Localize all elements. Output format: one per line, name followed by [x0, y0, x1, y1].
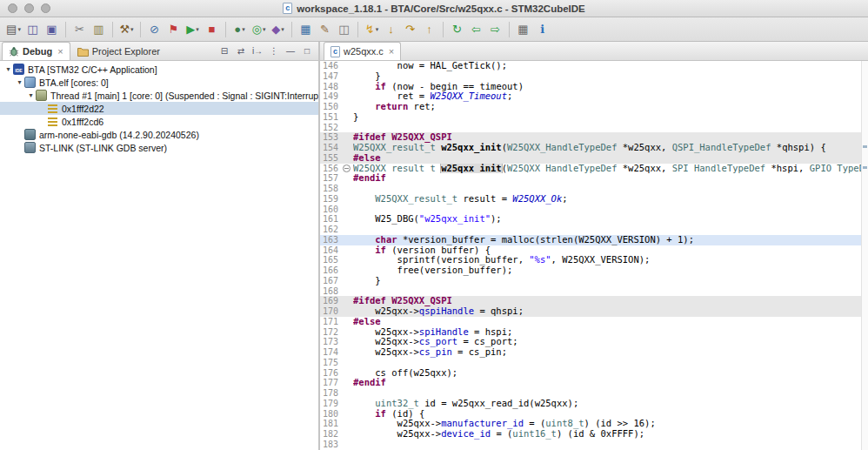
code-line[interactable]: 146 now = HAL_GetTick(); [320, 61, 868, 71]
code-line[interactable]: 174 w25qxx->cs_pin = cs_pin; [320, 347, 868, 358]
code-text[interactable]: W25QXX_result_t result = W25QXX_Ok; [353, 194, 868, 205]
step-return-button[interactable]: ↑ [420, 20, 438, 39]
code-text[interactable]: W25QXX_result_t w25qxx_init(W25QXX_Handl… [353, 143, 868, 153]
line-number[interactable]: 181 [320, 419, 342, 429]
code-text[interactable]: if (id) { [353, 409, 868, 420]
breakpoint-flag-button[interactable]: ⚑ [164, 20, 183, 39]
code-text[interactable]: #else [353, 317, 868, 327]
code-line[interactable]: 150 return ret; [320, 102, 868, 112]
code-line[interactable]: 167 } [320, 276, 868, 286]
tree-item[interactable]: ST-LINK (ST-LINK GDB server) [0, 141, 318, 154]
code-line[interactable]: 164 if (version_buffer) { [320, 245, 868, 256]
line-number[interactable]: 171 [320, 317, 342, 327]
code-text[interactable]: w25qxx->cs_port = cs_port; [353, 337, 868, 347]
line-number[interactable]: 170 [320, 306, 342, 317]
zoom-window-button[interactable] [41, 3, 50, 13]
expander-icon[interactable]: ▾ [26, 91, 36, 99]
line-number[interactable]: 156 [320, 164, 342, 174]
minimize-window-button[interactable] [24, 3, 34, 13]
code-text[interactable] [353, 388, 868, 399]
code-line[interactable]: 151} [320, 112, 868, 123]
code-text[interactable]: W25_DBG("w25qxx_init"); [353, 214, 868, 225]
tab-project-explorer[interactable]: Project Explorer [70, 42, 167, 60]
code-line[interactable]: 175 [320, 358, 868, 368]
save-all-button[interactable]: ▣ [43, 20, 61, 39]
code-text[interactable]: char *version_buffer = malloc(strlen(W25… [353, 235, 868, 245]
code-line[interactable]: 179 uint32_t id = w25qxx_read_id(w25qxx)… [320, 399, 868, 409]
line-number[interactable]: 147 [320, 71, 342, 82]
analyzer-button[interactable]: ▦ [297, 20, 315, 39]
code-text[interactable] [353, 358, 868, 368]
fold-marker-icon[interactable] [343, 165, 351, 172]
line-number[interactable]: 177 [320, 378, 342, 388]
code-line[interactable]: 156W25QXX_result_t w25qxx_init(W25QXX_Ha… [320, 164, 868, 174]
code-text[interactable]: if (now - begin == timeout) [353, 82, 868, 92]
line-number[interactable]: 152 [320, 123, 342, 133]
tab-w25qxx-c[interactable]: c w25qxx.c × [324, 42, 401, 60]
line-number[interactable]: 175 [320, 358, 342, 368]
build-button[interactable]: ⚒▾ [117, 20, 136, 39]
forward-button[interactable]: ⇨ [486, 20, 504, 39]
code-line[interactable]: 165 sprintf(version_buffer, "%s", W25QXX… [320, 255, 868, 265]
line-number[interactable]: 169 [320, 296, 342, 306]
line-number[interactable]: 173 [320, 337, 342, 347]
view-menu-button[interactable]: ⋮ [267, 44, 281, 59]
line-number[interactable]: 161 [320, 214, 342, 225]
line-number[interactable]: 176 [320, 368, 342, 379]
line-number[interactable]: 166 [320, 265, 342, 276]
code-text[interactable]: uint32_t id = w25qxx_read_id(w25qxx); [353, 399, 868, 409]
code-text[interactable] [353, 123, 868, 133]
code-text[interactable] [353, 205, 868, 215]
tab-debug[interactable]: Debug × [2, 42, 70, 60]
collapse-all-button[interactable]: ⊟ [217, 44, 231, 59]
line-number[interactable]: 151 [320, 112, 342, 123]
run-button[interactable]: ◎▾ [250, 20, 268, 39]
memory-button[interactable]: ▦ [514, 20, 532, 39]
code-text[interactable]: w25qxx->qspiHandle = qhspi; [353, 306, 868, 317]
code-text[interactable]: if (version_buffer) { [353, 245, 868, 256]
code-line[interactable]: 148 if (now - begin == timeout) [320, 82, 868, 92]
code-line[interactable]: 152 [320, 123, 868, 133]
tree-item[interactable]: arm-none-eabi-gdb (14.2.90.20240526) [0, 128, 318, 141]
code-text[interactable]: return ret; [353, 102, 868, 112]
line-number[interactable]: 168 [320, 286, 342, 297]
code-line[interactable]: 163 char *version_buffer = malloc(strlen… [320, 235, 868, 245]
line-number[interactable]: 157 [320, 173, 342, 184]
line-number[interactable]: 155 [320, 153, 342, 164]
compare-button[interactable]: ◫ [335, 20, 353, 39]
tree-item[interactable]: ▾BTA.elf [cores: 0] [0, 76, 318, 89]
code-line[interactable]: 183 [320, 440, 868, 450]
code-text[interactable] [353, 225, 868, 235]
save-button[interactable]: ◫ [23, 20, 42, 39]
code-line[interactable]: 160 [320, 205, 868, 215]
code-text[interactable]: w25qxx->spiHandle = hspi; [353, 327, 868, 338]
code-line[interactable]: 149 ret = W25QXX_Timeout; [320, 91, 868, 102]
line-number[interactable]: 172 [320, 327, 342, 338]
back-button[interactable]: ⇦ [467, 20, 485, 39]
tree-item[interactable]: ▾Thread #1 [main] 1 [core: 0] (Suspended… [0, 89, 318, 102]
line-number[interactable]: 153 [320, 132, 342, 143]
code-text[interactable]: W25QXX_result_t w25qxx_init(W25QXX_Handl… [353, 164, 868, 174]
code-text[interactable]: #endif [353, 173, 868, 184]
code-text[interactable]: cs_off(w25qxx); [353, 368, 868, 379]
minimize-button[interactable]: — [284, 44, 297, 59]
line-number[interactable]: 154 [320, 143, 342, 153]
code-line[interactable]: 180 if (id) { [320, 409, 868, 420]
code-line[interactable]: 154W25QXX_result_t w25qxx_init(W25QXX_Ha… [320, 143, 868, 153]
code-line[interactable]: 169#ifdef W25QXX_QSPI [320, 296, 868, 306]
code-text[interactable]: #ifdef W25QXX_QSPI [353, 296, 868, 306]
tree-item[interactable]: 0x1fff2cd6 [0, 115, 318, 128]
flash-button[interactable]: ↯▾ [363, 20, 381, 39]
code-line[interactable]: 177#endif [320, 378, 868, 388]
code-line[interactable]: 153#ifdef W25QXX_QSPI [320, 132, 868, 143]
close-window-button[interactable] [8, 3, 17, 13]
code-text[interactable]: } [353, 71, 868, 82]
expander-icon[interactable]: ▾ [3, 65, 13, 73]
info-button[interactable]: ℹ [533, 20, 551, 39]
line-number[interactable]: 146 [320, 61, 342, 71]
line-number[interactable]: 163 [320, 235, 342, 245]
tree-item[interactable]: ▾BTA [STM32 C/C++ Application] [0, 63, 318, 76]
close-icon[interactable]: × [57, 46, 63, 57]
line-number[interactable]: 159 [320, 194, 342, 205]
paint-button[interactable]: ✎ [316, 20, 334, 39]
